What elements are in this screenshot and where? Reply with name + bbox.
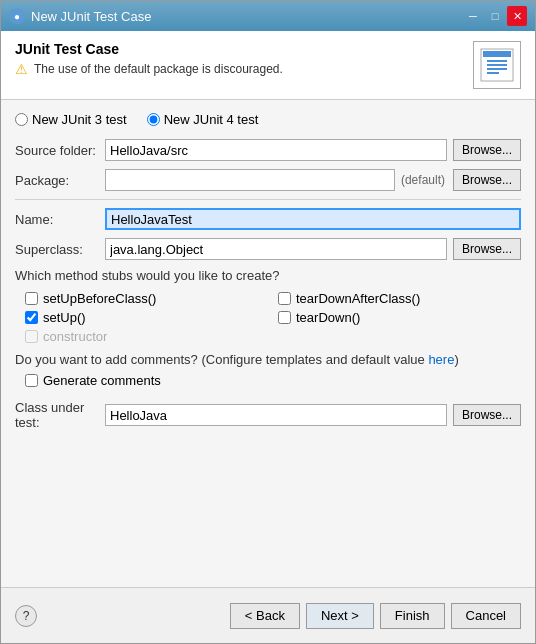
junit-logo [473, 41, 521, 89]
warning-text: The use of the default package is discou… [34, 62, 283, 76]
generate-comments-label: Generate comments [43, 373, 161, 388]
junit3-option[interactable]: New JUnit 3 test [15, 112, 127, 127]
junit-icon-svg [479, 47, 515, 83]
teardown-checkbox[interactable] [278, 311, 291, 324]
setup-row[interactable]: setUp() [25, 310, 268, 325]
svg-rect-1 [483, 51, 511, 57]
generate-comments-checkbox[interactable] [25, 374, 38, 387]
junit4-radio[interactable] [147, 113, 160, 126]
method-stubs-section: Which method stubs would you like to cre… [15, 268, 521, 344]
header-text: JUnit Test Case ⚠ The use of the default… [15, 41, 473, 77]
method-stubs-title: Which method stubs would you like to cre… [15, 268, 521, 283]
package-default: (default) [401, 173, 445, 187]
superclass-browse-button[interactable]: Browse... [453, 238, 521, 260]
superclass-label: Superclass: [15, 242, 105, 257]
package-row: Package: (default) Browse... [15, 169, 521, 191]
restore-button[interactable]: □ [485, 6, 505, 26]
title-bar-controls: ─ □ ✕ [463, 6, 527, 26]
setup-before-class-checkbox[interactable] [25, 292, 38, 305]
back-button[interactable]: < Back [230, 603, 300, 629]
superclass-row: Superclass: Browse... [15, 238, 521, 260]
class-under-test-browse-button[interactable]: Browse... [453, 404, 521, 426]
teardown-row[interactable]: tearDown() [278, 310, 521, 325]
teardown-after-class-label: tearDownAfterClass() [296, 291, 420, 306]
source-folder-row: Source folder: Browse... [15, 139, 521, 161]
finish-button[interactable]: Finish [380, 603, 445, 629]
setup-before-class-label: setUpBeforeClass() [43, 291, 156, 306]
window-title: New JUnit Test Case [31, 9, 151, 24]
comments-title: Do you want to add comments? (Configure … [15, 352, 521, 367]
source-folder-browse-button[interactable]: Browse... [453, 139, 521, 161]
package-input[interactable] [105, 169, 395, 191]
minimize-button[interactable]: ─ [463, 6, 483, 26]
comments-link[interactable]: here [428, 352, 454, 367]
teardown-after-class-row[interactable]: tearDownAfterClass() [278, 291, 521, 306]
name-input[interactable] [105, 208, 521, 230]
cancel-button[interactable]: Cancel [451, 603, 521, 629]
window: ● New JUnit Test Case ─ □ ✕ JUnit Test C… [0, 0, 536, 644]
bottom-left: ? [15, 605, 37, 627]
constructor-checkbox [25, 330, 38, 343]
header-title: JUnit Test Case [15, 41, 473, 57]
junit3-radio[interactable] [15, 113, 28, 126]
setup-checkbox[interactable] [25, 311, 38, 324]
superclass-input[interactable] [105, 238, 447, 260]
form-section: New JUnit 3 test New JUnit 4 test Source… [1, 100, 535, 587]
class-under-test-row: Class under test: Browse... [15, 400, 521, 430]
bottom-right: < Back Next > Finish Cancel [230, 603, 521, 629]
method-stubs-grid: setUpBeforeClass() tearDownAfterClass() … [15, 291, 521, 344]
generate-comments-row[interactable]: Generate comments [15, 373, 521, 388]
divider-1 [15, 199, 521, 200]
dialog-content: JUnit Test Case ⚠ The use of the default… [1, 31, 535, 643]
source-folder-input[interactable] [105, 139, 447, 161]
setup-label: setUp() [43, 310, 86, 325]
junit3-label: New JUnit 3 test [32, 112, 127, 127]
source-folder-label: Source folder: [15, 143, 105, 158]
title-bar-left: ● New JUnit Test Case [9, 8, 151, 24]
name-row: Name: [15, 208, 521, 230]
header-warning: ⚠ The use of the default package is disc… [15, 61, 473, 77]
package-browse-button[interactable]: Browse... [453, 169, 521, 191]
class-under-test-input[interactable] [105, 404, 447, 426]
class-under-test-section: Class under test: Browse... [15, 400, 521, 430]
app-icon: ● [9, 8, 25, 24]
radio-row: New JUnit 3 test New JUnit 4 test [15, 112, 521, 127]
setup-before-class-row[interactable]: setUpBeforeClass() [25, 291, 268, 306]
close-button[interactable]: ✕ [507, 6, 527, 26]
constructor-row[interactable]: constructor [25, 329, 268, 344]
comments-section: Do you want to add comments? (Configure … [15, 352, 521, 388]
junit4-label: New JUnit 4 test [164, 112, 259, 127]
teardown-after-class-checkbox[interactable] [278, 292, 291, 305]
next-button[interactable]: Next > [306, 603, 374, 629]
constructor-label: constructor [43, 329, 107, 344]
junit4-option[interactable]: New JUnit 4 test [147, 112, 259, 127]
warning-icon: ⚠ [15, 61, 28, 77]
bottom-bar: ? < Back Next > Finish Cancel [1, 587, 535, 643]
help-button[interactable]: ? [15, 605, 37, 627]
title-bar: ● New JUnit Test Case ─ □ ✕ [1, 1, 535, 31]
teardown-label: tearDown() [296, 310, 360, 325]
comments-text: Do you want to add comments? (Configure … [15, 352, 425, 367]
header-section: JUnit Test Case ⚠ The use of the default… [1, 31, 535, 100]
class-under-test-label: Class under test: [15, 400, 105, 430]
name-label: Name: [15, 212, 105, 227]
package-label: Package: [15, 173, 105, 188]
